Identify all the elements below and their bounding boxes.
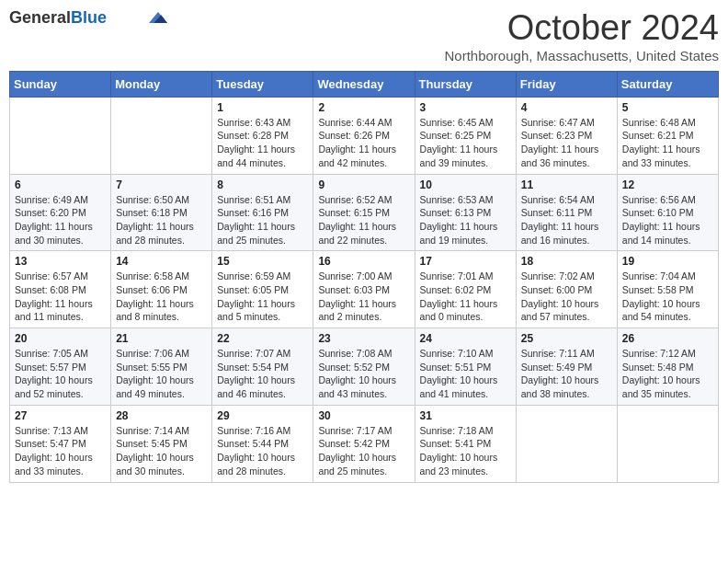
calendar-cell: 2Sunrise: 6:44 AMSunset: 6:26 PMDaylight… <box>313 97 415 174</box>
calendar-cell: 19Sunrise: 7:04 AMSunset: 5:58 PMDayligh… <box>617 251 718 328</box>
calendar-cell: 11Sunrise: 6:54 AMSunset: 6:11 PMDayligh… <box>516 174 617 251</box>
calendar-cell: 23Sunrise: 7:08 AMSunset: 5:52 PMDayligh… <box>313 328 415 406</box>
day-info: Sunrise: 6:49 AMSunset: 6:20 PMDaylight:… <box>15 193 106 247</box>
weekday-header-wednesday: Wednesday <box>313 71 415 97</box>
day-info: Sunrise: 7:10 AMSunset: 5:51 PMDaylight:… <box>420 347 511 401</box>
day-info: Sunrise: 6:53 AMSunset: 6:13 PMDaylight:… <box>420 193 511 247</box>
calendar-cell: 12Sunrise: 6:56 AMSunset: 6:10 PMDayligh… <box>617 174 718 251</box>
day-info: Sunrise: 7:12 AMSunset: 5:48 PMDaylight:… <box>622 347 713 401</box>
calendar-week-3: 13Sunrise: 6:57 AMSunset: 6:08 PMDayligh… <box>10 251 719 328</box>
day-number: 17 <box>420 255 511 268</box>
day-number: 8 <box>217 178 308 191</box>
day-number: 4 <box>521 101 612 114</box>
calendar-cell: 3Sunrise: 6:45 AMSunset: 6:25 PMDaylight… <box>415 97 516 174</box>
day-number: 12 <box>622 178 713 191</box>
day-number: 18 <box>521 255 612 268</box>
day-info: Sunrise: 6:52 AMSunset: 6:15 PMDaylight:… <box>318 193 409 247</box>
calendar-cell: 21Sunrise: 7:06 AMSunset: 5:55 PMDayligh… <box>111 328 212 406</box>
day-info: Sunrise: 7:02 AMSunset: 6:00 PMDaylight:… <box>521 270 612 324</box>
day-number: 29 <box>217 409 308 422</box>
day-info: Sunrise: 6:45 AMSunset: 6:25 PMDaylight:… <box>420 116 511 170</box>
day-info: Sunrise: 7:01 AMSunset: 6:02 PMDaylight:… <box>420 270 511 324</box>
calendar-cell: 1Sunrise: 6:43 AMSunset: 6:28 PMDaylight… <box>212 97 313 174</box>
page-header: GeneralBlue October 2024 Northborough, M… <box>9 9 719 63</box>
calendar-cell: 7Sunrise: 6:50 AMSunset: 6:18 PMDaylight… <box>111 174 212 251</box>
logo: GeneralBlue <box>9 9 167 28</box>
calendar-cell <box>10 97 111 174</box>
day-number: 2 <box>318 101 409 114</box>
day-info: Sunrise: 7:05 AMSunset: 5:57 PMDaylight:… <box>15 347 106 401</box>
day-number: 1 <box>217 101 308 114</box>
day-number: 30 <box>318 409 409 422</box>
calendar-cell: 27Sunrise: 7:13 AMSunset: 5:47 PMDayligh… <box>10 405 111 482</box>
day-info: Sunrise: 6:59 AMSunset: 6:05 PMDaylight:… <box>217 270 308 324</box>
day-number: 25 <box>521 332 612 345</box>
calendar-cell: 13Sunrise: 6:57 AMSunset: 6:08 PMDayligh… <box>10 251 111 328</box>
logo-icon <box>149 12 167 23</box>
weekday-header-friday: Friday <box>516 71 617 97</box>
day-info: Sunrise: 6:43 AMSunset: 6:28 PMDaylight:… <box>217 116 308 170</box>
calendar-cell: 24Sunrise: 7:10 AMSunset: 5:51 PMDayligh… <box>415 328 516 406</box>
day-number: 20 <box>15 332 106 345</box>
calendar-cell: 28Sunrise: 7:14 AMSunset: 5:45 PMDayligh… <box>111 405 212 482</box>
day-number: 7 <box>116 178 207 191</box>
day-number: 19 <box>622 255 713 268</box>
calendar-cell: 29Sunrise: 7:16 AMSunset: 5:44 PMDayligh… <box>212 405 313 482</box>
calendar-cell: 4Sunrise: 6:47 AMSunset: 6:23 PMDaylight… <box>516 97 617 174</box>
calendar-week-5: 27Sunrise: 7:13 AMSunset: 5:47 PMDayligh… <box>10 405 719 482</box>
weekday-header-row: SundayMondayTuesdayWednesdayThursdayFrid… <box>10 71 719 97</box>
day-number: 15 <box>217 255 308 268</box>
day-info: Sunrise: 7:11 AMSunset: 5:49 PMDaylight:… <box>521 347 612 401</box>
day-number: 10 <box>420 178 511 191</box>
day-info: Sunrise: 6:44 AMSunset: 6:26 PMDaylight:… <box>318 116 409 170</box>
day-number: 5 <box>622 101 713 114</box>
day-number: 6 <box>15 178 106 191</box>
day-number: 31 <box>420 409 511 422</box>
weekday-header-sunday: Sunday <box>10 71 111 97</box>
day-info: Sunrise: 7:18 AMSunset: 5:41 PMDaylight:… <box>420 424 511 478</box>
month-title: October 2024 <box>445 9 720 48</box>
calendar-cell: 8Sunrise: 6:51 AMSunset: 6:16 PMDaylight… <box>212 174 313 251</box>
day-number: 27 <box>15 409 106 422</box>
calendar-cell <box>111 97 212 174</box>
day-info: Sunrise: 6:48 AMSunset: 6:21 PMDaylight:… <box>622 116 713 170</box>
day-number: 3 <box>420 101 511 114</box>
day-info: Sunrise: 7:16 AMSunset: 5:44 PMDaylight:… <box>217 424 308 478</box>
day-number: 9 <box>318 178 409 191</box>
day-number: 26 <box>622 332 713 345</box>
day-number: 13 <box>15 255 106 268</box>
day-info: Sunrise: 6:50 AMSunset: 6:18 PMDaylight:… <box>116 193 207 247</box>
day-info: Sunrise: 7:06 AMSunset: 5:55 PMDaylight:… <box>116 347 207 401</box>
calendar-cell: 15Sunrise: 6:59 AMSunset: 6:05 PMDayligh… <box>212 251 313 328</box>
day-info: Sunrise: 7:00 AMSunset: 6:03 PMDaylight:… <box>318 270 409 324</box>
calendar-cell: 14Sunrise: 6:58 AMSunset: 6:06 PMDayligh… <box>111 251 212 328</box>
calendar-cell: 20Sunrise: 7:05 AMSunset: 5:57 PMDayligh… <box>10 328 111 406</box>
calendar-week-2: 6Sunrise: 6:49 AMSunset: 6:20 PMDaylight… <box>10 174 719 251</box>
calendar-cell: 5Sunrise: 6:48 AMSunset: 6:21 PMDaylight… <box>617 97 718 174</box>
day-info: Sunrise: 7:14 AMSunset: 5:45 PMDaylight:… <box>116 424 207 478</box>
day-number: 11 <box>521 178 612 191</box>
calendar-cell: 17Sunrise: 7:01 AMSunset: 6:02 PMDayligh… <box>415 251 516 328</box>
day-number: 14 <box>116 255 207 268</box>
day-number: 24 <box>420 332 511 345</box>
calendar-week-1: 1Sunrise: 6:43 AMSunset: 6:28 PMDaylight… <box>10 97 719 174</box>
calendar-week-4: 20Sunrise: 7:05 AMSunset: 5:57 PMDayligh… <box>10 328 719 406</box>
calendar-cell: 31Sunrise: 7:18 AMSunset: 5:41 PMDayligh… <box>415 405 516 482</box>
logo-text: GeneralBlue <box>9 9 107 28</box>
day-info: Sunrise: 6:54 AMSunset: 6:11 PMDaylight:… <box>521 193 612 247</box>
day-number: 28 <box>116 409 207 422</box>
calendar-cell: 10Sunrise: 6:53 AMSunset: 6:13 PMDayligh… <box>415 174 516 251</box>
calendar-cell <box>617 405 718 482</box>
day-info: Sunrise: 6:57 AMSunset: 6:08 PMDaylight:… <box>15 270 106 324</box>
calendar-cell <box>516 405 617 482</box>
day-info: Sunrise: 7:04 AMSunset: 5:58 PMDaylight:… <box>622 270 713 324</box>
weekday-header-saturday: Saturday <box>617 71 718 97</box>
day-number: 23 <box>318 332 409 345</box>
calendar-cell: 30Sunrise: 7:17 AMSunset: 5:42 PMDayligh… <box>313 405 415 482</box>
weekday-header-monday: Monday <box>111 71 212 97</box>
calendar-cell: 22Sunrise: 7:07 AMSunset: 5:54 PMDayligh… <box>212 328 313 406</box>
day-number: 21 <box>116 332 207 345</box>
day-info: Sunrise: 6:56 AMSunset: 6:10 PMDaylight:… <box>622 193 713 247</box>
day-info: Sunrise: 6:51 AMSunset: 6:16 PMDaylight:… <box>217 193 308 247</box>
calendar-cell: 18Sunrise: 7:02 AMSunset: 6:00 PMDayligh… <box>516 251 617 328</box>
